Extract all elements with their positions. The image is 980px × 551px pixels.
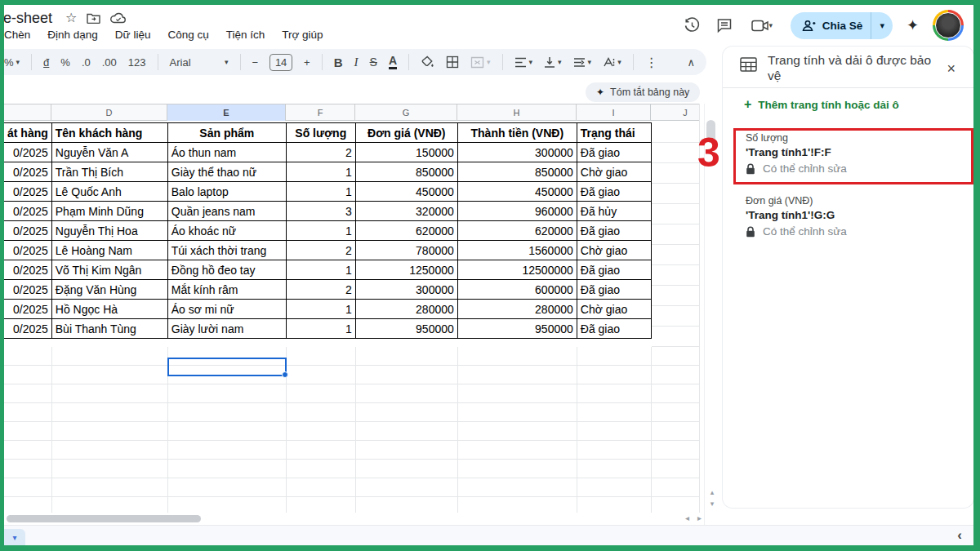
zoom-select[interactable]: % ▾ <box>4 56 20 69</box>
increase-decimals-button[interactable]: .00 <box>102 56 117 69</box>
table-cell[interactable]: Chờ giao <box>577 162 651 182</box>
table-cell[interactable]: Võ Thị Kim Ngân <box>51 260 167 280</box>
scroll-left-icon[interactable]: ◂ <box>685 513 689 522</box>
horizontal-scrollbar-thumb[interactable] <box>7 515 201 522</box>
table-cell[interactable]: Bùi Thanh Tùng <box>51 319 167 339</box>
table-cell[interactable]: 0/2025 <box>4 182 51 202</box>
table-cell[interactable]: Áo thun nam <box>167 143 286 162</box>
italic-button[interactable]: I <box>354 56 359 69</box>
strikethrough-button[interactable]: S <box>370 56 377 69</box>
header-product[interactable]: Sản phẩm <box>167 123 286 143</box>
text-color-button[interactable]: A <box>389 55 397 69</box>
table-cell[interactable]: 850000 <box>457 162 577 182</box>
table-cell[interactable]: 0/2025 <box>4 241 51 260</box>
close-panel-icon[interactable]: × <box>947 60 956 78</box>
video-call-caret-icon[interactable]: ▾ <box>769 21 773 29</box>
column-header-E-selected[interactable]: E <box>167 104 286 121</box>
menu-insert[interactable]: Chèn <box>4 29 30 41</box>
table-cell[interactable]: Đồng hồ đeo tay <box>167 260 286 280</box>
table-cell[interactable]: Đã giao <box>577 280 651 300</box>
collapse-side-panel-icon[interactable]: ‹ <box>957 527 962 544</box>
currency-format-button[interactable]: đ <box>43 56 49 69</box>
star-icon[interactable]: ☆ <box>65 11 77 24</box>
table-cell[interactable]: Trần Thị Bích <box>51 162 167 182</box>
table-cell[interactable]: 150000 <box>355 143 457 162</box>
scroll-down-icon[interactable]: ▾ <box>710 500 715 508</box>
menu-tools[interactable]: Công cụ <box>167 29 208 41</box>
add-protected-range-link[interactable]: + Thêm trang tính hoặc dải ô <box>744 97 899 112</box>
table-cell[interactable]: 12500000 <box>457 260 577 280</box>
column-header-C-partial[interactable] <box>4 104 51 121</box>
table-cell[interactable]: Mắt kính râm <box>167 280 286 300</box>
table-cell[interactable]: Giày thể thao nữ <box>167 162 286 182</box>
column-header-H[interactable]: H <box>457 104 577 121</box>
version-history-icon[interactable] <box>684 16 702 34</box>
horizontal-align-button[interactable]: ▾ <box>514 57 533 68</box>
table-cell[interactable]: 1 <box>286 300 355 319</box>
share-dropdown-icon[interactable]: ▾ <box>871 20 893 31</box>
table-cell[interactable]: 3 <box>286 202 355 221</box>
table-cell[interactable]: 0/2025 <box>4 221 51 241</box>
percent-format-button[interactable]: % <box>60 56 70 69</box>
menu-extensions[interactable]: Tiện ích <box>226 29 265 41</box>
table-cell[interactable]: Chờ giao <box>577 241 651 260</box>
increase-font-size-button[interactable]: + <box>304 56 310 69</box>
table-cell[interactable]: 0/2025 <box>4 319 51 339</box>
summarize-table-chip[interactable]: ✦ Tóm tắt bảng này <box>586 82 700 102</box>
vertical-align-button[interactable]: ▾ <box>544 56 562 68</box>
text-wrap-button[interactable]: ▾ <box>573 57 592 68</box>
table-cell[interactable]: Quần jeans nam <box>167 202 286 221</box>
table-cell[interactable]: Đã giao <box>577 182 651 202</box>
table-cell[interactable]: 2 <box>286 143 355 162</box>
decrease-decimals-button[interactable]: .0 <box>82 56 91 69</box>
fill-color-button[interactable] <box>421 56 434 69</box>
table-cell[interactable]: 600000 <box>457 280 577 300</box>
collapse-toolbar-icon[interactable]: ∧ <box>687 56 695 69</box>
font-family-select[interactable]: Arial ▾ <box>170 56 229 69</box>
table-cell[interactable]: 780000 <box>355 241 457 260</box>
share-button[interactable]: Chia Sẻ ▾ <box>791 12 893 39</box>
fill-handle[interactable] <box>282 371 288 378</box>
table-cell[interactable]: 450000 <box>355 182 457 202</box>
table-cell[interactable]: 960000 <box>457 202 577 221</box>
number-format-button[interactable]: 123 <box>128 56 146 69</box>
table-cell[interactable]: 1560000 <box>457 241 577 260</box>
table-cell[interactable]: Đã giao <box>577 319 651 339</box>
menu-data[interactable]: Dữ liệu <box>115 29 151 41</box>
table-cell[interactable]: Đặng Văn Hùng <box>51 280 167 300</box>
table-cell[interactable]: Nguyễn Văn A <box>51 143 167 162</box>
table-cell[interactable]: 950000 <box>355 319 457 339</box>
table-cell[interactable]: 1 <box>286 182 355 202</box>
protected-range-item-so-luong[interactable]: Số lượng 'Trang tính1'!F:F Có thể chỉnh … <box>746 132 950 175</box>
header-status[interactable]: Trạng thái <box>577 123 651 143</box>
table-cell[interactable]: 1250000 <box>355 260 457 280</box>
table-cell[interactable]: 950000 <box>457 319 577 339</box>
decrease-font-size-button[interactable]: − <box>252 56 259 69</box>
table-cell[interactable]: Túi xách thời trang <box>167 241 286 260</box>
table-cell[interactable]: Đã giao <box>577 260 651 280</box>
table-cell[interactable]: Áo khoác nữ <box>167 221 286 241</box>
table-cell[interactable]: 2 <box>286 241 355 260</box>
table-cell[interactable]: Giày lười nam <box>167 319 286 339</box>
table-cell[interactable]: 620000 <box>457 221 577 241</box>
move-folder-icon[interactable] <box>87 12 100 24</box>
header-customer-name[interactable]: Tên khách hàng <box>51 123 167 143</box>
document-title[interactable]: e-sheet <box>4 10 52 27</box>
table-cell[interactable]: 0/2025 <box>4 162 51 182</box>
table-cell[interactable]: Lê Quốc Anh <box>51 182 167 202</box>
column-header-F[interactable]: F <box>286 104 355 121</box>
table-cell[interactable]: 0/2025 <box>4 260 51 280</box>
column-header-I[interactable]: I <box>577 104 651 121</box>
column-header-D[interactable]: D <box>51 104 167 121</box>
table-cell[interactable]: 450000 <box>457 182 577 202</box>
protected-range-item-don-gia[interactable]: Đơn giá (VNĐ) 'Trang tính1'!G:G Có thể c… <box>746 195 950 238</box>
table-cell[interactable]: 1 <box>286 260 355 280</box>
table-cell[interactable]: Chờ giao <box>577 300 651 319</box>
column-header-J[interactable]: J <box>651 104 700 121</box>
table-cell[interactable]: 0/2025 <box>4 143 51 162</box>
header-total[interactable]: Thành tiền (VNĐ) <box>457 123 577 143</box>
merge-cells-button[interactable]: ▾ <box>470 56 491 69</box>
table-cell[interactable]: 0/2025 <box>4 300 51 319</box>
gemini-sparkle-icon[interactable]: ✦ <box>906 16 919 34</box>
table-cell[interactable]: 320000 <box>355 202 457 221</box>
